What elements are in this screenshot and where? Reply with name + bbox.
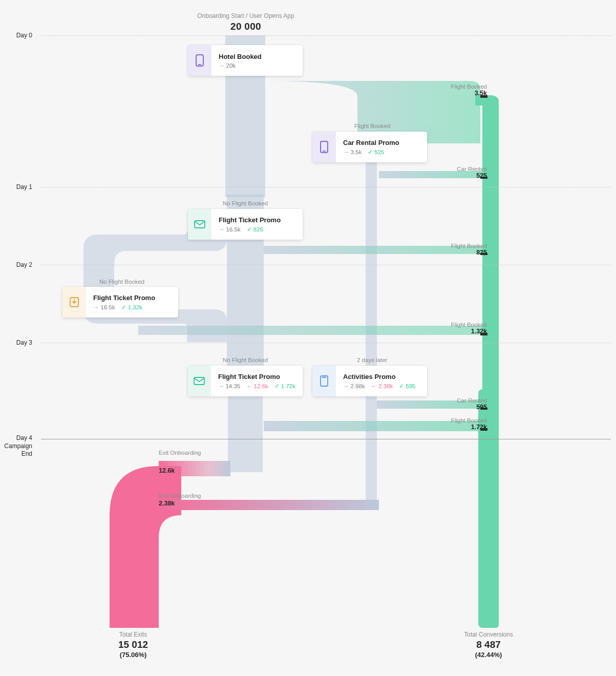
metric-label: Flight Booked	[451, 243, 487, 249]
metric-enter: 14.35	[218, 383, 240, 389]
metric-label: Car Rented	[457, 397, 487, 404]
flow-thin-car-to-activities	[366, 162, 377, 372]
metric-car-rented-2: Car Rented 595	[457, 397, 487, 411]
card-title: Hotel Booked	[219, 53, 262, 60]
metric-enter: 20k	[219, 62, 236, 69]
metric-value: 3.5k	[451, 90, 487, 97]
card-flight-ticket-promo-3[interactable]: Flight Ticket Promo 14.35 12.6k 1.72k	[188, 366, 303, 396]
metric-enter: 16.5k	[219, 226, 241, 233]
footer-total-exits: Total Exits 15 012 (75.06%)	[77, 631, 189, 659]
metric-label: Flight Booked	[451, 322, 487, 328]
metric-enter: 2.98k	[343, 383, 365, 389]
exit-value: 2.38k	[159, 500, 201, 507]
footer-title: Total Conversions	[432, 631, 545, 638]
metric-exit: 12.6k	[246, 383, 268, 389]
metric-value: 595	[457, 404, 487, 411]
day-2-label: Day 2	[0, 261, 32, 269]
metric-flight-booked-3: Flight Booked 1.32k	[451, 322, 487, 335]
funnel-diagram: Onboarding Start / User Opens App 20 000…	[0, 0, 616, 676]
card-ftp2-subtitle: No Flight Booked	[99, 279, 144, 285]
footer-title: Total Exits	[77, 631, 189, 638]
merge-fb2	[264, 246, 482, 254]
metric-exit: 2.38k	[371, 383, 393, 389]
header-subtitle: Onboarding Start / User Opens App	[169, 12, 323, 19]
card-act-subtitle: 2 days later	[357, 357, 387, 363]
day-3-line	[41, 343, 611, 343]
day-4-line	[41, 439, 611, 439]
metric-label: Flight Booked	[451, 417, 487, 424]
day-0-line	[41, 35, 611, 36]
phone-icon	[188, 45, 211, 76]
merge-fb4	[264, 421, 478, 431]
metric-value: 825	[451, 249, 487, 256]
day-1-label: Day 1	[0, 183, 32, 192]
card-hotel-booked[interactable]: Hotel Booked 20k	[188, 45, 303, 76]
day-4-a: Day 4	[16, 434, 32, 441]
card-flight-ticket-promo-1[interactable]: Flight Ticket Promo 16.5k 825	[188, 209, 303, 240]
metric-label: Flight Booked	[451, 83, 487, 90]
card-activities-promo[interactable]: Activities Promo 2.98k 2.38k 595	[312, 366, 427, 396]
metric-car-rented-1: Car Rented 525	[457, 166, 487, 179]
mail-icon	[188, 366, 211, 396]
download-icon	[62, 287, 86, 318]
metric-flight-booked-2: Flight Booked 825	[451, 243, 487, 256]
card-ftp1-subtitle: No Flight Booked	[223, 200, 268, 206]
mail-icon	[188, 209, 211, 240]
day-3-label: Day 3	[0, 339, 32, 347]
metric-value: 1.72k	[451, 424, 487, 431]
footer-value: 15 012	[77, 639, 189, 650]
flow-canvas	[0, 0, 616, 676]
day-4-c: End	[22, 450, 32, 457]
exit-label: Exit Onboarding	[159, 493, 201, 499]
exit-2: Exit Onboarding 2.38k	[159, 493, 201, 507]
card-ftp3-subtitle: No Flight Booked	[223, 357, 268, 363]
metric-conv: 595	[399, 383, 415, 390]
metric-value: 525	[457, 172, 487, 179]
day-0-label: Day 0	[0, 32, 32, 40]
day-1-line	[41, 187, 611, 187]
metric-enter: 16.5k	[93, 304, 115, 310]
svg-rect-7	[198, 64, 201, 65]
flow-exit-column	[110, 512, 159, 628]
metric-conv: 1.72k	[274, 383, 295, 390]
header-total: 20 000	[169, 21, 323, 32]
day-4-b: Campaign	[4, 442, 32, 450]
card-title: Car Rental Promo	[343, 139, 399, 146]
card-title: Flight Ticket Promo	[218, 373, 295, 381]
day-2-line	[41, 265, 611, 265]
svg-rect-9	[323, 151, 326, 152]
exit-value: 12.6k	[159, 467, 201, 474]
footer-value: 8 487	[432, 639, 545, 650]
metric-conv: 525	[368, 149, 384, 156]
metric-value: 1.32k	[451, 328, 487, 335]
metric-conv: 1,32k	[121, 304, 142, 311]
metric-enter: 3.5k	[343, 149, 362, 155]
footer-pct: (42.44%)	[432, 651, 545, 659]
exit-1: Exit Onboarding 12.6k	[159, 450, 201, 474]
card-title: Activities Promo	[343, 373, 415, 381]
footer-total-conversions: Total Conversions 8 487 (42.44%)	[432, 631, 545, 659]
metric-conv: 825	[247, 226, 263, 233]
card-title: Flight Ticket Promo	[93, 294, 155, 302]
metric-label: Car Rented	[457, 166, 487, 172]
metric-flight-booked-4: Flight Booked 1.72k	[451, 417, 487, 431]
phone-icon	[312, 132, 336, 162]
card-flight-ticket-promo-2[interactable]: Flight Ticket Promo 16.5k 1,32k	[62, 287, 178, 318]
day-4-label: Day 4 Campaign End	[0, 434, 32, 458]
exit-label: Exit Onboarding	[159, 450, 201, 456]
footer-pct: (75.06%)	[77, 651, 189, 659]
tablet-icon	[312, 366, 336, 396]
card-car-rental-promo[interactable]: Car Rental Promo 3.5k 525	[312, 132, 427, 162]
card-title: Flight Ticket Promo	[219, 216, 281, 224]
merge-fb3	[138, 326, 482, 335]
card-carpromo-subtitle: Flight Booked	[354, 123, 390, 129]
metric-flight-booked-1: Flight Booked 3.5k	[451, 83, 487, 97]
